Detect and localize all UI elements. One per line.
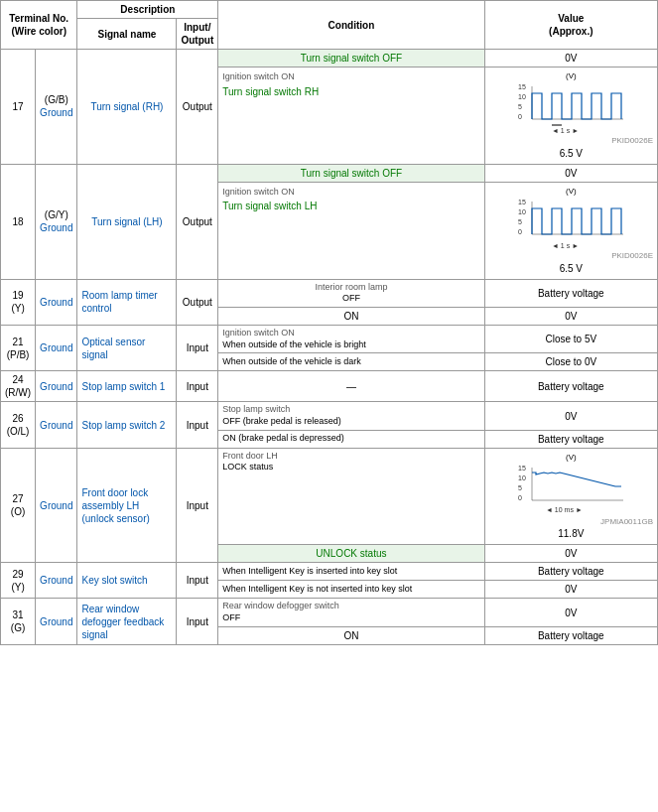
- terminal-plus: 24(R/W): [1, 371, 36, 402]
- condition-cell: Interior room lamp OFF: [218, 279, 484, 307]
- value-cell: 0V: [484, 307, 657, 325]
- value-cell: 0V: [484, 164, 657, 182]
- svg-text:◄ 1 s ►: ◄ 1 s ►: [552, 242, 579, 249]
- io: Input: [177, 448, 218, 563]
- condition-text: ON: [218, 626, 484, 644]
- table-row: 21(P/B) Ground Optical sensor signal Inp…: [1, 325, 658, 352]
- input-output-header: Input/Output: [177, 19, 218, 50]
- svg-text:0: 0: [518, 494, 522, 501]
- value-cell: 0V: [484, 545, 657, 563]
- svg-text:0: 0: [518, 228, 522, 235]
- condition-text: ON: [218, 307, 484, 325]
- value-cell: 0V: [484, 599, 657, 626]
- terminal-minus: Ground: [36, 599, 77, 644]
- svg-text:◄ 10 ms ►: ◄ 10 ms ►: [546, 506, 583, 513]
- value-chart-lh: (V) 15 10 5 0 ◄ 1 s ► PKID0026E 6.5 V: [484, 182, 657, 279]
- svg-text:10: 10: [518, 474, 526, 481]
- signal-name: Room lamp timer control: [77, 279, 177, 325]
- terminal-minus: Ground: [36, 563, 77, 599]
- terminal-minus: Ground: [36, 371, 77, 402]
- terminal-minus: (G/B)Ground: [36, 50, 77, 165]
- io: Input: [177, 402, 218, 448]
- io: Output: [177, 50, 218, 165]
- condition-header: Condition: [218, 1, 484, 50]
- terminal-minus: Ground: [36, 325, 77, 370]
- signal-name: Rear window defogger feedback signal: [77, 599, 177, 644]
- signal-name: Key slot switch: [77, 563, 177, 599]
- terminal-plus: 21(P/B): [1, 325, 36, 370]
- condition-cell: Turn signal switch OFF: [218, 164, 484, 182]
- value-cell: 0V: [484, 402, 657, 430]
- terminal-plus: 26(O/L): [1, 402, 36, 448]
- condition-cell: Turn signal switch OFF: [218, 50, 484, 68]
- signal-name-header: Signal name: [77, 19, 177, 50]
- terminal-no-header: Terminal No.(Wire color): [1, 1, 77, 50]
- condition-cell: When Intelligent Key is inserted into ke…: [218, 563, 484, 581]
- main-table: Terminal No.(Wire color) Description Con…: [0, 0, 658, 645]
- condition-text: ON (brake pedal is depressed): [218, 430, 484, 448]
- terminal-plus: 27(O): [1, 448, 36, 563]
- svg-text:◄ 1 s ►: ◄ 1 s ►: [552, 127, 579, 134]
- condition-text: When outside of the vehicle is dark: [218, 353, 484, 371]
- table-row: 27(O) Ground Front door lock assembly LH…: [1, 448, 658, 545]
- condition-text: Ignition switch ON Turn signal switch LH: [218, 182, 484, 279]
- value-cell: 0V: [484, 581, 657, 599]
- svg-text:10: 10: [518, 93, 526, 100]
- description-header: Description: [77, 1, 218, 19]
- svg-text:0: 0: [518, 113, 522, 120]
- svg-text:15: 15: [518, 199, 526, 205]
- table-row: 17 (G/B)Ground Turn signal (RH) Output T…: [1, 50, 658, 68]
- terminal-plus: 31(G): [1, 599, 36, 644]
- table-row: 31(G) Ground Rear window defogger feedba…: [1, 599, 658, 626]
- svg-text:10: 10: [518, 208, 526, 215]
- condition-cell: —: [218, 371, 484, 402]
- signal-name: Turn signal (RH): [77, 50, 177, 165]
- svg-text:15: 15: [518, 465, 526, 472]
- svg-text:15: 15: [518, 83, 526, 90]
- value-cell: Battery voltage: [484, 371, 657, 402]
- condition-cell: Rear window defogger switch OFF: [218, 599, 484, 626]
- terminal-minus: (G/Y)Ground: [36, 164, 77, 279]
- io: Output: [177, 164, 218, 279]
- value-cell: Battery voltage: [484, 626, 657, 644]
- signal-name: Turn signal (LH): [77, 164, 177, 279]
- signal-name: Front door lock assembly LH (unlock sens…: [77, 448, 177, 563]
- terminal-plus: 19(Y): [1, 279, 36, 325]
- io: Input: [177, 325, 218, 370]
- svg-text:5: 5: [518, 218, 522, 225]
- table-row: 24(R/W) Ground Stop lamp switch 1 Input …: [1, 371, 658, 402]
- io: Input: [177, 371, 218, 402]
- value-cell: Battery voltage: [484, 430, 657, 448]
- table-row: 18 (G/Y)Ground Turn signal (LH) Output T…: [1, 164, 658, 182]
- io: Output: [177, 279, 218, 325]
- value-cell: Battery voltage: [484, 279, 657, 307]
- table-row: 26(O/L) Ground Stop lamp switch 2 Input …: [1, 402, 658, 430]
- condition-cell: Stop lamp switch OFF (brake pedal is rel…: [218, 402, 484, 430]
- svg-text:5: 5: [518, 484, 522, 491]
- value-cell: Close to 0V: [484, 353, 657, 371]
- signal-name: Stop lamp switch 1: [77, 371, 177, 402]
- table-row: 29(Y) Ground Key slot switch Input When …: [1, 563, 658, 581]
- terminal-minus: Ground: [36, 279, 77, 325]
- condition-cell: Front door LH LOCK status: [218, 448, 484, 545]
- condition-text: UNLOCK status: [218, 545, 484, 563]
- value-header: Value(Approx.): [484, 1, 657, 50]
- terminal-minus: Ground: [36, 402, 77, 448]
- value-chart-rh: (V) 15 10 5 0 ◄ 1 s ►: [484, 68, 657, 165]
- condition-text: When Intelligent Key is not inserted int…: [218, 581, 484, 599]
- terminal-minus: Ground: [36, 448, 77, 563]
- terminal-plus: 17: [1, 50, 36, 165]
- io: Input: [177, 563, 218, 599]
- value-cell: 0V: [484, 50, 657, 68]
- io: Input: [177, 599, 218, 644]
- condition-text: Ignition switch ON Turn signal switch RH: [218, 68, 484, 165]
- value-chart-lock: (V) 15 10 5 0 ◄ 10 ms ► JPMIA0011GB 11.8…: [484, 448, 657, 545]
- signal-name: Optical sensor signal: [77, 325, 177, 370]
- table-row: 19(Y) Ground Room lamp timer control Out…: [1, 279, 658, 307]
- svg-text:5: 5: [518, 103, 522, 110]
- value-cell: Battery voltage: [484, 563, 657, 581]
- condition-cell: Ignition switch ON When outside of the v…: [218, 325, 484, 352]
- terminal-plus: 18: [1, 164, 36, 279]
- signal-name: Stop lamp switch 2: [77, 402, 177, 448]
- value-cell: Close to 5V: [484, 325, 657, 352]
